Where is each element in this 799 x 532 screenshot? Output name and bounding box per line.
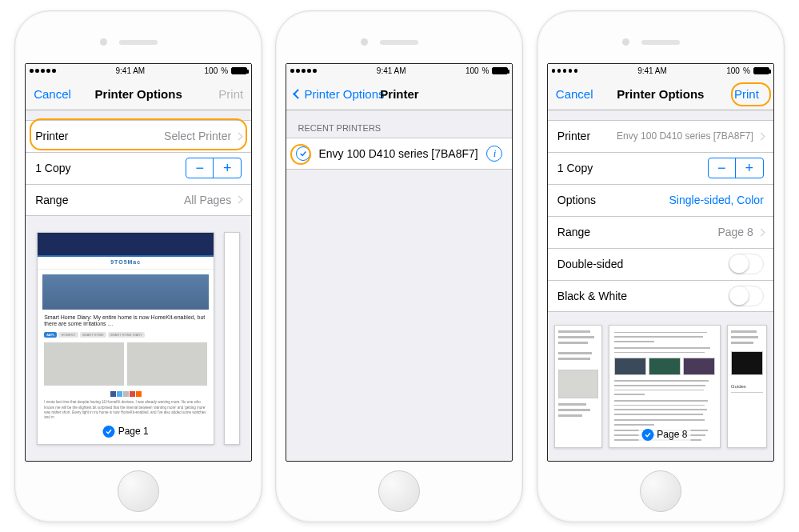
phone-2: 9:41 AM 100% Printer Options Printer REC… xyxy=(275,10,523,522)
nav-bar: Printer Options Printer xyxy=(286,78,512,110)
phone-speaker xyxy=(119,40,158,45)
back-button[interactable]: Printer Options xyxy=(294,87,384,101)
signal-strength xyxy=(290,69,317,73)
nav-bar: Cancel Printer Options Print xyxy=(26,78,251,110)
screen-3: 9:41 AM 100% Cancel Printer Options Prin… xyxy=(547,63,774,462)
range-value: Page 8 xyxy=(717,226,763,238)
chevron-left-icon xyxy=(294,89,304,99)
double-sided-label: Double-sided xyxy=(557,258,624,270)
phone-speaker xyxy=(641,40,680,45)
printer-value: Envy 100 D410 series [7BA8F7] xyxy=(617,130,764,142)
page-badge: Page 8 xyxy=(638,428,690,442)
phone-camera xyxy=(622,38,629,46)
stepper-plus[interactable]: + xyxy=(736,158,763,178)
stepper-minus[interactable]: − xyxy=(186,158,214,178)
nav-title: Printer Options xyxy=(95,87,182,101)
check-icon xyxy=(103,426,115,438)
phone-camera xyxy=(100,38,107,46)
preview-page-next[interactable] xyxy=(224,232,240,445)
options-row[interactable]: Options Single-sided, Color xyxy=(548,184,773,216)
phone-speaker xyxy=(380,40,418,45)
check-icon xyxy=(641,429,653,441)
options-value: Single-sided, Color xyxy=(669,194,764,206)
nav-bar: Cancel Printer Options Print xyxy=(548,78,773,110)
stepper-plus[interactable]: + xyxy=(214,158,241,178)
cancel-button[interactable]: Cancel xyxy=(34,87,71,101)
preview-page-prev[interactable] xyxy=(554,325,602,448)
range-row[interactable]: Range All Pages xyxy=(26,184,251,216)
status-bar: 9:41 AM 100% xyxy=(548,64,773,78)
screen-1: 9:41 AM 100% Cancel Printer Options Prin… xyxy=(25,63,252,462)
status-bar: 9:41 AM 100% xyxy=(286,64,512,78)
copies-row: 1 Copy − + xyxy=(26,152,251,184)
signal-strength xyxy=(30,69,56,73)
double-sided-toggle[interactable] xyxy=(729,254,764,274)
range-label: Range xyxy=(35,194,68,206)
battery-indicator: 100% xyxy=(465,66,509,75)
chevron-right-icon xyxy=(235,196,243,204)
signal-strength xyxy=(552,69,578,73)
phone-camera xyxy=(361,38,368,46)
preview-area[interactable]: Page 8 Guides xyxy=(548,312,773,461)
copies-row: 1 Copy − + xyxy=(548,152,773,184)
printer-row[interactable]: Printer Select Printer xyxy=(26,120,251,152)
print-button[interactable]: Print xyxy=(728,85,765,103)
home-button[interactable] xyxy=(118,470,159,512)
nav-title: Printer Options xyxy=(617,87,704,101)
status-bar: 9:41 AM 100% xyxy=(26,64,251,78)
bw-toggle[interactable] xyxy=(729,286,764,306)
range-label: Range xyxy=(557,226,590,238)
range-value: All Pages xyxy=(184,194,242,206)
battery-indicator: 100% xyxy=(205,66,248,75)
article-title: Smart Home Diary: My entire home is now … xyxy=(44,314,207,328)
copies-label: 1 Copy xyxy=(35,162,70,174)
bw-row: Black & White xyxy=(548,280,773,312)
status-time: 9:41 AM xyxy=(116,66,146,75)
cancel-button[interactable]: Cancel xyxy=(556,87,593,101)
check-icon xyxy=(296,146,310,161)
page-badge: Page 1 xyxy=(100,425,152,439)
printer-row[interactable]: Printer Envy 100 D410 series [7BA8F7] xyxy=(548,120,773,152)
preview-page-1[interactable]: 9TO5Mac Smart Home Diary: My entire home… xyxy=(37,232,214,445)
copies-label: 1 Copy xyxy=(557,162,593,174)
chevron-right-icon xyxy=(757,132,765,140)
options-label: Options xyxy=(557,194,596,206)
section-recent-printers: RECENT PRINTERS xyxy=(286,110,512,138)
status-time: 9:41 AM xyxy=(377,66,406,75)
nav-title: Printer xyxy=(380,87,418,101)
article-tags: AAPL HOMEKIT SMART HOME SMART HOME DIARY xyxy=(44,332,207,338)
bw-label: Black & White xyxy=(557,290,627,302)
battery-indicator: 100% xyxy=(726,66,769,75)
home-button[interactable] xyxy=(640,470,681,512)
printer-list-item[interactable]: Envy 100 D410 series [7BA8F7] i xyxy=(286,138,512,170)
chevron-right-icon xyxy=(757,228,765,236)
phone-3: 9:41 AM 100% Cancel Printer Options Prin… xyxy=(537,10,785,522)
printer-value: Select Printer xyxy=(164,130,242,142)
screen-2: 9:41 AM 100% Printer Options Printer REC… xyxy=(286,63,513,462)
printer-name: Envy 100 D410 series [7BA8F7] xyxy=(318,147,477,160)
stepper-minus[interactable]: − xyxy=(709,158,736,178)
print-button: Print xyxy=(218,87,243,101)
range-row[interactable]: Range Page 8 xyxy=(548,216,773,248)
preview-area[interactable]: 9TO5Mac Smart Home Diary: My entire home… xyxy=(26,216,251,461)
preview-page-next[interactable]: Guides xyxy=(727,325,767,448)
copies-stepper[interactable]: − + xyxy=(708,158,764,178)
article-site: 9TO5Mac xyxy=(38,257,214,270)
home-button[interactable] xyxy=(378,470,420,512)
printer-label: Printer xyxy=(35,130,68,142)
copies-stepper[interactable]: − + xyxy=(186,158,242,178)
printer-label: Printer xyxy=(557,130,590,142)
preview-page-current[interactable]: Page 8 xyxy=(609,325,721,448)
chevron-right-icon xyxy=(235,132,243,140)
phone-1: 9:41 AM 100% Cancel Printer Options Prin… xyxy=(14,10,262,522)
status-time: 9:41 AM xyxy=(637,66,667,75)
double-sided-row: Double-sided xyxy=(548,248,773,280)
info-button[interactable]: i xyxy=(486,146,502,162)
